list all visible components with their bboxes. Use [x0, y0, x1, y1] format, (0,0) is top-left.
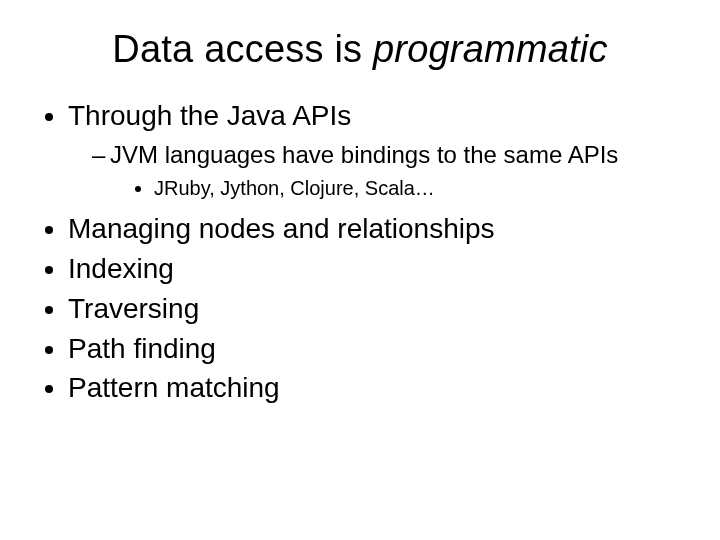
bullet-l3: JRuby, Jython, Clojure, Scala… [154, 175, 680, 202]
bullet-list: Through the Java APIs JVM languages have… [40, 97, 680, 407]
bullet-l1: Through the Java APIs JVM languages have… [68, 97, 680, 202]
bullet-l1: Traversing [68, 290, 680, 328]
bullet-text: JVM languages have bindings to the same … [110, 141, 618, 168]
bullet-text: Managing nodes and relationships [68, 213, 495, 244]
slide: Data access is programmatic Through the … [0, 0, 720, 540]
bullet-text: Traversing [68, 293, 199, 324]
bullet-l1: Managing nodes and relationships [68, 210, 680, 248]
bullet-l1: Indexing [68, 250, 680, 288]
bullet-list-l2: JVM languages have bindings to the same … [68, 139, 680, 202]
title-prefix: Data access is [112, 28, 373, 70]
bullet-text: Pattern matching [68, 372, 280, 403]
bullet-l1: Path finding [68, 330, 680, 368]
bullet-text: JRuby, Jython, Clojure, Scala… [154, 177, 435, 199]
bullet-text: Indexing [68, 253, 174, 284]
bullet-list-l3: JRuby, Jython, Clojure, Scala… [110, 175, 680, 202]
bullet-text: Path finding [68, 333, 216, 364]
slide-title: Data access is programmatic [40, 28, 680, 71]
bullet-l1: Pattern matching [68, 369, 680, 407]
bullet-l2: JVM languages have bindings to the same … [92, 139, 680, 202]
title-emphasis: programmatic [373, 28, 608, 70]
bullet-text: Through the Java APIs [68, 100, 351, 131]
